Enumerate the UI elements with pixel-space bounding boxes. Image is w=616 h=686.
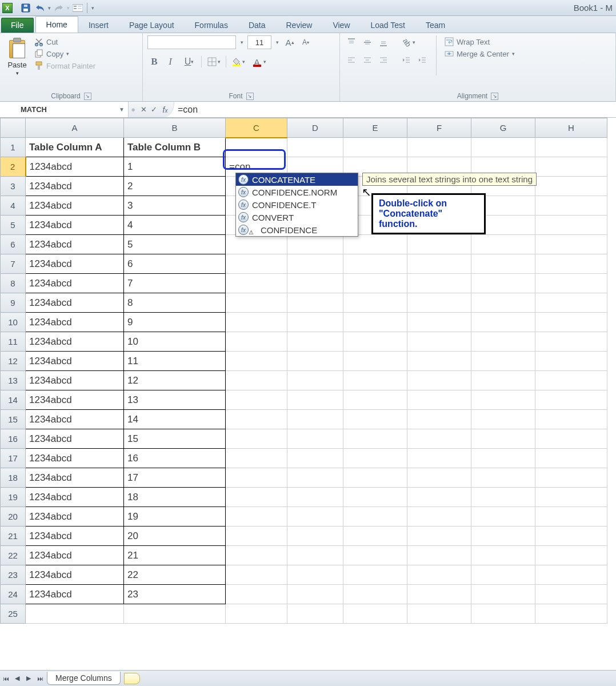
cell-H24[interactable] <box>535 585 607 604</box>
cell-F13[interactable] <box>407 371 471 390</box>
cell-G10[interactable] <box>471 313 535 332</box>
row-header-16[interactable]: 16 <box>1 429 26 449</box>
tab-insert[interactable]: Insert <box>78 17 119 33</box>
cell-C9[interactable] <box>226 293 287 313</box>
cell-H5[interactable] <box>535 216 607 235</box>
cell-C7[interactable] <box>226 254 287 274</box>
cell-G16[interactable] <box>471 429 535 449</box>
cell-B23[interactable]: 22 <box>124 565 226 585</box>
redo-dropdown-icon[interactable]: ▾ <box>67 5 70 11</box>
cell-B14[interactable]: 13 <box>124 390 226 410</box>
name-box[interactable]: MATCH ▼ <box>0 102 129 117</box>
row-header-4[interactable]: 4 <box>1 196 26 216</box>
cell-H12[interactable] <box>535 352 607 371</box>
cell-C16[interactable] <box>226 429 287 449</box>
sheet-nav-first-icon[interactable]: ⏮ <box>0 672 11 685</box>
cell-F25[interactable] <box>407 604 471 624</box>
enter-check-icon[interactable]: ✓ <box>150 104 159 115</box>
sheet-nav-prev-icon[interactable]: ◀ <box>11 672 23 685</box>
cell-E21[interactable] <box>343 527 407 546</box>
cell-A16[interactable]: 1234abcd <box>26 429 124 449</box>
cell-A24[interactable]: 1234abcd <box>26 585 124 604</box>
cell-C1[interactable] <box>226 138 287 157</box>
row-header-23[interactable]: 23 <box>1 565 26 585</box>
cell-H17[interactable] <box>535 449 607 468</box>
cell-H16[interactable] <box>535 429 607 449</box>
cell-F10[interactable] <box>407 313 471 332</box>
tab-file[interactable]: File <box>1 18 34 33</box>
tab-view[interactable]: View <box>322 17 360 33</box>
cell-A10[interactable]: 1234abcd <box>26 313 124 332</box>
cell-D24[interactable] <box>287 585 343 604</box>
cell-C23[interactable] <box>226 565 287 585</box>
cell-F18[interactable] <box>407 468 471 488</box>
col-header-E[interactable]: E <box>343 118 407 138</box>
cancel-x-icon[interactable]: ✕ <box>139 104 148 115</box>
cell-G17[interactable] <box>471 449 535 468</box>
save-icon[interactable] <box>19 2 32 14</box>
cell-B15[interactable]: 14 <box>124 410 226 429</box>
row-header-10[interactable]: 10 <box>1 313 26 332</box>
cell-F20[interactable] <box>407 507 471 527</box>
cell-E15[interactable] <box>343 410 407 429</box>
cell-D15[interactable] <box>287 410 343 429</box>
redo-icon[interactable] <box>53 2 65 14</box>
cell-A18[interactable]: 1234abcd <box>26 468 124 488</box>
cell-D20[interactable] <box>287 507 343 527</box>
cell-H6[interactable] <box>535 235 607 254</box>
tab-data[interactable]: Data <box>238 17 276 33</box>
cell-B21[interactable]: 20 <box>124 527 226 546</box>
cell-E11[interactable] <box>343 332 407 352</box>
cell-A9[interactable]: 1234abcd <box>26 293 124 313</box>
cell-G25[interactable] <box>471 604 535 624</box>
autocomplete-item[interactable]: fxCONFIDENCE.T <box>236 198 358 211</box>
cell-B19[interactable]: 18 <box>124 488 226 507</box>
tab-load-test[interactable]: Load Test <box>361 17 415 33</box>
cell-B9[interactable]: 8 <box>124 293 226 313</box>
cell-G7[interactable] <box>471 254 535 274</box>
cell-B12[interactable]: 11 <box>124 352 226 371</box>
cell-G23[interactable] <box>471 565 535 585</box>
sheet-nav-next-icon[interactable]: ▶ <box>23 672 34 685</box>
cell-B8[interactable]: 7 <box>124 274 226 293</box>
cell-E10[interactable] <box>343 313 407 332</box>
cell-H13[interactable] <box>535 371 607 390</box>
cell-F17[interactable] <box>407 449 471 468</box>
cell-C18[interactable] <box>226 468 287 488</box>
row-header-1[interactable]: 1 <box>1 138 26 157</box>
name-box-dropdown-icon[interactable]: ▼ <box>119 106 125 113</box>
cell-G22[interactable] <box>471 546 535 565</box>
cell-A5[interactable]: 1234abcd <box>26 216 124 235</box>
cell-E17[interactable] <box>343 449 407 468</box>
cell-B18[interactable]: 17 <box>124 468 226 488</box>
tab-review[interactable]: Review <box>276 17 323 33</box>
paste-button[interactable]: Paste ▾ <box>5 35 30 77</box>
cell-D16[interactable] <box>287 429 343 449</box>
fx-icon[interactable]: fx <box>160 105 170 114</box>
cell-A14[interactable]: 1234abcd <box>26 390 124 410</box>
cell-A19[interactable]: 1234abcd <box>26 488 124 507</box>
sheet-tab-active[interactable]: Merge Columns <box>47 672 121 685</box>
select-all-corner[interactable] <box>1 118 26 138</box>
cell-F7[interactable] <box>407 254 471 274</box>
cell-D8[interactable] <box>287 274 343 293</box>
row-header-24[interactable]: 24 <box>1 585 26 604</box>
grow-font-icon[interactable]: A▴ <box>283 35 297 49</box>
autocomplete-item[interactable]: fx⚠CONFIDENCE <box>236 224 358 236</box>
clipboard-launcher-icon[interactable]: ↘ <box>84 93 91 100</box>
cell-G11[interactable] <box>471 332 535 352</box>
cell-H7[interactable] <box>535 254 607 274</box>
cell-B7[interactable]: 6 <box>124 254 226 274</box>
cell-G1[interactable] <box>471 138 535 157</box>
new-sheet-icon[interactable] <box>124 673 140 684</box>
cell-F12[interactable] <box>407 352 471 371</box>
cell-E13[interactable] <box>343 371 407 390</box>
cell-F1[interactable] <box>407 138 471 157</box>
cell-D21[interactable] <box>287 527 343 546</box>
cell-H18[interactable] <box>535 468 607 488</box>
cell-C19[interactable] <box>226 488 287 507</box>
cell-H15[interactable] <box>535 410 607 429</box>
paste-dropdown-icon[interactable]: ▾ <box>16 70 19 76</box>
cell-C8[interactable] <box>226 274 287 293</box>
cell-H22[interactable] <box>535 546 607 565</box>
